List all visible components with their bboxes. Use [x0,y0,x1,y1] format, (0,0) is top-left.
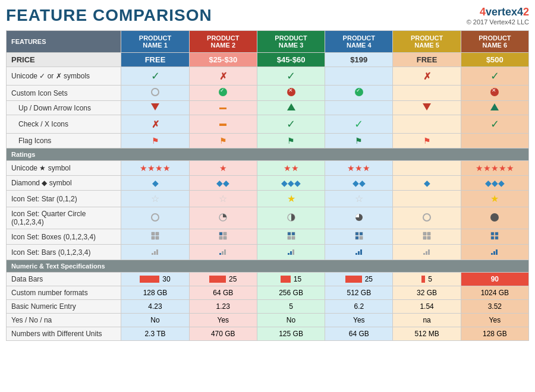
svg-rect-16 [360,232,363,235]
svg-rect-41 [428,249,430,255]
quarter-circle-row: Icon Set: Quarter Circle (0,1,2,3,4) [7,207,529,229]
ne-p1: 4.23 [121,300,189,314]
data-bar-visual [140,276,159,283]
svg-rect-20 [427,232,430,235]
icon-star-label: Icon Set: Star (0,1,2) [7,191,121,207]
custom-icons-p4 [325,86,393,101]
icon-star-p5 [393,191,461,207]
cross-icon: ✗ [423,71,431,81]
ne-p2: 1.23 [189,300,257,314]
diamond-icon: ◆ [152,178,159,188]
boxes-p6 [461,229,528,245]
diamond-p1: ◆ [121,176,189,191]
box-icon [490,232,499,240]
diamond-icon: ◆◆ [353,178,366,188]
data-bar-container: 25 [191,275,255,283]
diamond-icon: ◆◆ [216,178,229,188]
product5-header: PRODUCTNAME 5 [393,31,461,53]
bar-chart-icon [423,247,431,255]
page-title: FEATURE COMPARISON [6,6,212,25]
nf-p1: 128 GB [121,286,189,300]
diamond-icon: ◆ [424,178,430,188]
page-header: FEATURE COMPARISON 4vertex42 © 2017 Vert… [6,6,529,26]
data-bar-container: 5 [395,275,458,283]
box-icon [219,232,227,240]
quarter-circle-icon [219,213,227,222]
arrow-p1 [121,101,189,115]
star-p3: ★★ [257,161,325,176]
bars-p2 [189,245,257,260]
qc-p2 [189,207,257,229]
unicode-p4 [325,67,393,86]
data-bar-container: 30 [123,275,187,283]
comparison-table: FEATURES PRODUCTNAME 1 PRODUCTNAME 2 PRO… [6,30,529,341]
quarter-circle-icon [423,213,431,222]
nf-p2: 64 GB [189,286,257,300]
svg-rect-44 [496,249,498,255]
bar-chart-icon [151,247,159,255]
star-p6: ★★★★★ [461,161,528,176]
red-x-icon: ✗ [152,119,159,129]
du-p6: 128 GB [461,327,528,341]
boxes-row: Icon Set: Boxes (0,1,2,3,4) [7,229,529,245]
red-circle-icon [287,88,295,96]
checkx-p4: ✓ [325,115,393,134]
bars-p1 [121,245,189,260]
svg-rect-8 [224,232,226,235]
green-circle-icon [219,88,227,96]
diamond-row: Diamond ◆ symbol ◆ ◆◆ ◆◆◆ ◆◆ ◆ ◆◆◆ [7,176,529,191]
yn-p2: Yes [189,314,257,327]
data-bar-value: 30 [162,275,170,283]
star-icon: ★★★★★ [476,163,514,173]
svg-rect-18 [360,236,363,239]
empty-circle-icon [151,88,159,96]
svg-rect-38 [360,249,362,255]
copyright: © 2017 Vertex42 LLC [467,18,529,26]
svg-rect-23 [491,232,494,235]
data-bar-p1: 30 [121,273,189,286]
number-formats-label: Custom number formats [7,286,121,300]
red-circle-icon [490,88,499,96]
icon-star-p2: ☆ [189,191,257,207]
yn-p3: No [257,314,325,327]
arrow-p2 [189,101,257,115]
data-bar-value: 5 [428,275,432,283]
arrow-p6 [461,101,528,115]
svg-rect-34 [290,251,292,255]
data-bar-visual [345,276,362,283]
svg-rect-21 [423,236,426,239]
full-circle-icon [490,213,499,222]
diamond-p2: ◆◆ [189,176,257,191]
custom-icons-p1 [121,86,189,101]
diamond-p6: ◆◆◆ [461,176,528,191]
arrow-up-icon [287,103,295,110]
flag-label: Flag Icons [7,134,121,148]
custom-icons-p3 [257,86,325,101]
qc-p1 [121,207,189,229]
bar-chart-icon [355,247,363,255]
logo-area: 4vertex42 © 2017 Vertex42 LLC [467,6,529,26]
bars-p5 [393,245,461,260]
bars-row: Icon Set: Bars (0,1,2,3,4) [7,245,529,260]
svg-rect-40 [426,251,427,255]
svg-rect-7 [219,232,222,235]
nf-p4: 512 GB [325,286,393,300]
du-p2: 470 GB [189,327,257,341]
svg-rect-26 [495,236,498,239]
diamond-p4: ◆◆ [325,176,393,191]
svg-rect-27 [152,253,153,255]
features-col-header: FEATURES [7,31,121,53]
svg-rect-24 [495,232,498,235]
data-bar-container: 15 [259,275,323,283]
svg-rect-43 [493,251,495,255]
data-bar-container: 90 [463,275,527,283]
dash-icon [219,124,226,126]
nf-p3: 256 GB [257,286,325,300]
bar-chart-icon [219,247,227,255]
quarter-circle-label: Icon Set: Quarter Circle (0,1,2,3,4) [7,207,121,229]
arrow-p4 [325,101,393,115]
data-bar-visual [281,276,291,283]
empty-star-icon: ☆ [151,194,159,204]
flag-icon: ⚑ [219,136,227,146]
unicode-p5: ✗ [393,67,461,86]
